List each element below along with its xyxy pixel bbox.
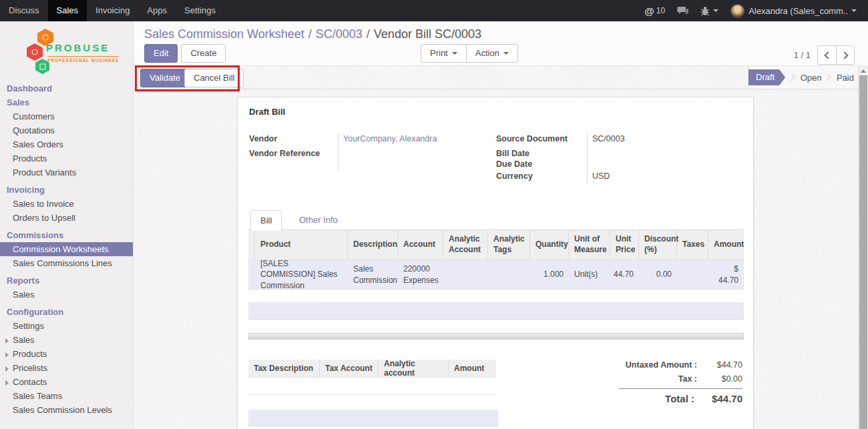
vertical-scrollbar[interactable] [858,66,868,429]
messages-button[interactable] [671,0,694,21]
bug-icon [700,6,710,16]
chevron-left-icon [824,51,831,59]
validate-button[interactable]: Validate [140,69,190,87]
sidebar-item-customers[interactable]: Customers [0,109,133,123]
sidebar-item-sales-to-invoice[interactable]: Sales to Invoice [0,197,133,211]
cell-taxes [677,260,708,289]
caret-down-icon [713,9,718,12]
total-label: Total : [619,393,701,404]
logo-title: PROBUSE [46,42,110,53]
tab-bill[interactable]: Bill [250,210,282,231]
invoice-lines-table: Product Description Account Analytic Acc… [248,230,744,290]
horizontal-scrollbar[interactable] [248,333,744,340]
sidebar-item-sales-teams[interactable]: Sales Teams [0,389,133,403]
user-menu[interactable]: Alexandra (Sales_comm.. [724,0,863,21]
sidebar-section-dashboard[interactable]: Dashboard [0,81,133,95]
status-strip: Validate Cancel Bill Draft Open Paid [134,66,868,89]
logo-tagline: PROFESSIONAL BUSINESS [47,56,119,63]
scrollbar-up-button[interactable] [859,66,868,75]
logo-magnifier-hexagon-icon [27,43,43,61]
sidebar-section-sales[interactable]: Sales [0,95,133,109]
sidebar-item-config-pricelists[interactable]: Pricelists [0,361,133,375]
print-button[interactable]: Print [421,44,467,63]
cell-unit-price: 44.70 [610,260,639,289]
menu-sales[interactable]: Sales [48,0,87,21]
sidebar-item-settings[interactable]: Settings [0,319,133,333]
vendor-value-link[interactable]: YourCompany, Alexandra [343,134,437,143]
pager-next-button[interactable] [836,45,855,65]
tab-other-info[interactable]: Other Info [299,210,338,230]
pager: 1 / 1 [794,45,855,65]
sidebar-item-reports-sales[interactable]: Sales [0,288,133,302]
empty-line-row[interactable] [248,302,744,320]
breadcrumb: Sales Commission Worksheet/SC/0003/Vendo… [144,27,481,41]
sidebar-item-sales-commissions-lines[interactable]: Sales Commissions Lines [0,256,133,270]
cell-quantity: 1.000 [530,260,569,289]
sidebar-item-sales-orders[interactable]: Sales Orders [0,137,133,151]
sidebar-item-product-variants[interactable]: Product Variants [0,165,133,179]
sidebar-item-products[interactable]: Products [0,151,133,165]
row-handle-column [248,230,255,260]
tax-lines-table: Tax Description Tax Account Analytic acc… [248,360,496,395]
scrollbar-thumb[interactable] [859,75,867,429]
sidebar-menu: Dashboard Sales Customers Quotations Sal… [0,80,133,417]
sidebar-item-commission-worksheets[interactable]: Commission Worksheets [0,242,133,256]
chevron-right-icon [5,352,9,358]
chat-bubble-icon [677,6,688,15]
vendor-label: Vendor [249,134,277,143]
sidebar-section-configuration[interactable]: Configuration [0,305,133,319]
cell-amount: $ 44.70 [708,260,744,289]
sidebar-item-quotations[interactable]: Quotations [0,123,133,137]
sidebar-item-config-products[interactable]: Products [0,347,133,361]
sidebar-item-orders-to-upsell[interactable]: Orders to Upsell [0,211,133,225]
sidebar-section-commissions[interactable]: Commissions [0,228,133,242]
menu-settings[interactable]: Settings [176,0,224,21]
breadcrumb-separator: / [363,27,374,41]
tax-value: $0.00 [704,374,742,384]
lines-table-header: Product Description Account Analytic Acc… [248,230,744,260]
mentions-button[interactable]: @ 10 [638,0,671,21]
user-name: Alexandra (Sales_comm.. [748,6,848,16]
menu-apps[interactable]: Apps [138,0,176,21]
status-state-draft[interactable]: Draft [748,69,785,85]
breadcrumb-worksheets[interactable]: Sales Commission Worksheet [144,27,304,41]
caret-down-icon [851,9,857,12]
bill-state-title: Draft Bill [249,107,285,117]
untaxed-amount-label: Untaxed Amount : [619,360,704,370]
sidebar-item-config-contacts[interactable]: Contacts [0,375,133,389]
chevron-right-icon [5,380,9,386]
probuse-logo: PROBUSE PROFESSIONAL BUSINESS [0,21,133,80]
invoice-line-row[interactable]: [SALES COMMISSION] Sales Commission Sale… [248,260,744,290]
source-document-value: SC/0003 [592,134,625,143]
sidebar-item-sales-commission-levels[interactable]: Sales Commission Levels [0,403,133,417]
app-menus: Discuss Sales Invoicing Apps Settings [0,0,224,21]
cancel-bill-button[interactable]: Cancel Bill [184,69,244,87]
menu-invoicing[interactable]: Invoicing [87,0,138,21]
status-state-open[interactable]: Open [801,73,822,83]
edit-button[interactable]: Edit [144,44,178,63]
currency-value: USD [592,171,610,181]
tax-label: Tax : [619,374,704,384]
cell-analytic-tags [488,260,530,289]
cell-analytic-account [443,260,488,289]
pager-previous-button[interactable] [817,45,836,65]
breadcrumb-sc0003[interactable]: SC/0003 [316,27,363,41]
due-date-label: Due Date [496,159,532,169]
action-button[interactable]: Action [467,44,518,63]
sidebar-section-reports[interactable]: Reports [0,274,133,288]
debug-menu-button[interactable] [694,0,724,21]
bill-date-label: Bill Date [496,149,529,158]
menu-discuss[interactable]: Discuss [0,0,48,21]
sidebar-section-invoicing[interactable]: Invoicing [0,183,133,197]
triangle-up-icon [861,69,866,73]
cell-description: Sales Commission [348,260,398,289]
cell-product: [SALES COMMISSION] Sales Commission [255,260,348,289]
cell-account: 220000 Expenses [398,260,443,289]
status-state-paid[interactable]: Paid [837,73,854,83]
totals-block: Untaxed Amount : $44.70 Tax : $0.00 Tota… [619,360,742,409]
chevron-separator-icon [788,74,795,81]
tax-table-add-row[interactable] [248,410,498,426]
create-button[interactable]: Create [181,44,226,63]
chevron-right-icon [5,338,9,344]
sidebar-item-config-sales[interactable]: Sales [0,333,133,347]
